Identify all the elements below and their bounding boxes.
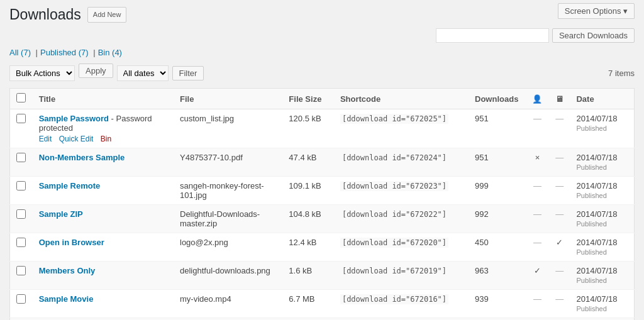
col-header-date: Date (570, 89, 634, 109)
row-downloads: 992 (469, 205, 526, 233)
row-title-link[interactable]: Sample Password (39, 114, 109, 123)
row-members-icon: — (526, 205, 549, 233)
row-file: Delightful-Downloads-master.zip (174, 205, 282, 233)
members-mark: × (535, 153, 540, 162)
row-title-link[interactable]: Members Only (39, 266, 96, 275)
row-downloads: 450 (469, 233, 526, 262)
row-file: logo@2x.png (174, 233, 282, 262)
row-downloads: 963 (469, 262, 526, 290)
members-dash: — (533, 114, 541, 123)
bin-link[interactable]: Bin (101, 135, 111, 143)
browser-dash: — (555, 181, 564, 190)
row-date: 2014/07/18Published (570, 262, 634, 290)
col-footer-size: File Size (282, 318, 334, 321)
table-row: Non-Members SampleY4875377-10.pdf47.4 kB… (10, 148, 635, 177)
row-size: 120.5 kB (282, 109, 334, 148)
col-header-file: File (174, 89, 282, 109)
search-input[interactable] (436, 28, 549, 43)
filter-button[interactable]: Filter (172, 66, 204, 80)
row-size: 47.4 kB (282, 148, 334, 177)
dates-filter-select[interactable]: All dates (117, 65, 169, 81)
browser-dash: — (555, 209, 564, 219)
row-checkbox[interactable] (16, 181, 26, 190)
col-footer-downloads: Downloads (469, 318, 526, 321)
row-file: sangeh-monkey-forest-101.jpg (174, 177, 282, 205)
items-count-top: 7 items (608, 69, 635, 78)
col-footer-members: 👤 (526, 318, 549, 321)
row-file: custom_list.jpg (174, 109, 282, 148)
row-file: delightful-downloads.png (174, 262, 282, 290)
table-row: Sample ZIPDelightful-Downloads-master.zi… (10, 205, 635, 233)
filter-all[interactable]: All (7) (9, 48, 31, 57)
monitor-icon: 🖥 (555, 94, 564, 104)
select-all-checkbox-top[interactable] (16, 93, 26, 102)
person-icon: 👤 (532, 94, 542, 104)
apply-button-top[interactable]: Apply (79, 63, 113, 78)
row-actions: Edit Quick Edit Bin (39, 135, 167, 143)
row-checkbox[interactable] (16, 266, 26, 275)
edit-link[interactable]: Edit (39, 135, 52, 143)
row-checkbox[interactable] (16, 209, 26, 219)
row-file: Y4875377-10.pdf (174, 148, 282, 177)
row-members-icon: × (526, 148, 549, 177)
row-title-link[interactable]: Sample Movie (39, 294, 94, 304)
col-header-downloads: Downloads (469, 89, 526, 109)
quick-edit-link[interactable]: Quick Edit (59, 135, 94, 143)
table-row: Open in Browserlogo@2x.png12.4 kB[ddownl… (10, 233, 635, 262)
row-browser-icon: — (549, 290, 570, 318)
tablenav-top: Bulk Actions Move to Bin Apply All dates… (9, 63, 635, 83)
row-title-link[interactable]: Open in Browser (39, 238, 104, 247)
bulk-actions-select-top[interactable]: Bulk Actions Move to Bin (9, 65, 75, 81)
col-header-browser: 🖥 (549, 89, 570, 109)
members-dash: — (533, 294, 541, 304)
search-button[interactable]: Search Downloads (552, 28, 635, 43)
row-members-icon: — (526, 233, 549, 262)
filter-published[interactable]: Published (7) (40, 48, 89, 57)
table-row: Sample Password - Password protected Edi… (10, 109, 635, 148)
table-row: Members Onlydelightful-downloads.png1.6 … (10, 262, 635, 290)
row-file: my-video.mp4 (174, 290, 282, 318)
filter-nav: All (7) | Published (7) | Bin (4) (9, 48, 635, 57)
downloads-table: Title File File Size Shortcode Downloads… (9, 88, 635, 320)
row-downloads: 951 (469, 109, 526, 148)
browser-mark: ✓ (556, 238, 563, 247)
add-new-button[interactable]: Add New (87, 7, 127, 23)
members-dash: — (533, 181, 541, 190)
col-header-shortcode: Shortcode (334, 89, 469, 109)
col-footer-title: Title (33, 318, 174, 321)
members-dash: — (533, 209, 541, 219)
row-shortcode: [ddownload id="672025"] (334, 109, 469, 148)
row-title-link[interactable]: Sample Remote (39, 181, 101, 190)
row-size: 12.4 kB (282, 233, 334, 262)
browser-dash: — (555, 153, 564, 162)
row-size: 109.1 kB (282, 177, 334, 205)
row-downloads: 999 (469, 177, 526, 205)
row-shortcode: [ddownload id="672024"] (334, 148, 469, 177)
row-downloads: 939 (469, 290, 526, 318)
browser-dash: — (555, 114, 564, 123)
row-browser-icon: — (549, 109, 570, 148)
row-checkbox[interactable] (16, 153, 26, 162)
row-downloads: 951 (469, 148, 526, 177)
filter-bin[interactable]: Bin (4) (98, 48, 122, 57)
table-row: Sample Remotesangeh-monkey-forest-101.jp… (10, 177, 635, 205)
row-date: 2014/07/18Published (570, 177, 634, 205)
row-date: 2014/07/18Published (570, 109, 634, 148)
browser-dash: — (555, 266, 564, 275)
row-title-link[interactable]: Sample ZIP (39, 209, 83, 219)
col-footer-browser: 🖥 (549, 318, 570, 321)
col-footer-file: File (174, 318, 282, 321)
table-row: Sample Moviemy-video.mp46.7 MB[ddownload… (10, 290, 635, 318)
row-members-icon: ✓ (526, 262, 549, 290)
row-members-icon: — (526, 177, 549, 205)
row-date: 2014/07/18Published (570, 290, 634, 318)
row-checkbox[interactable] (16, 294, 26, 304)
row-title-link[interactable]: Non-Members Sample (39, 153, 125, 162)
row-shortcode: [ddownload id="672023"] (334, 177, 469, 205)
row-checkbox[interactable] (16, 114, 26, 123)
row-shortcode: [ddownload id="672020"] (334, 233, 469, 262)
screen-options-button[interactable]: Screen Options ▾ (558, 3, 635, 19)
col-footer-date: Date (570, 318, 634, 321)
row-checkbox[interactable] (16, 238, 26, 247)
col-header-title: Title (33, 89, 174, 109)
